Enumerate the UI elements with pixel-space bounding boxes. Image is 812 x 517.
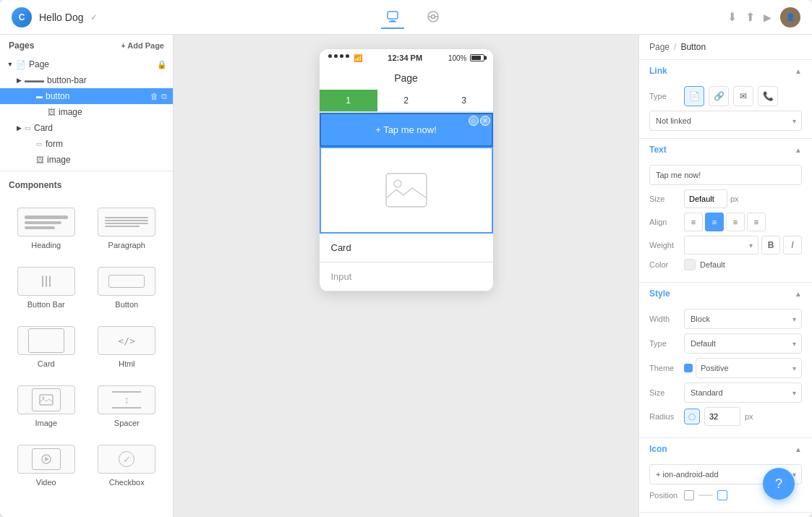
- tree-item-button[interactable]: ▬ button 🗑 ⧉: [0, 88, 173, 104]
- heading-preview-lines: [25, 215, 68, 229]
- breadcrumb-page: Page: [649, 42, 670, 52]
- user-avatar[interactable]: 👤: [780, 7, 800, 27]
- style-width-select[interactable]: Block: [684, 309, 802, 329]
- align-left[interactable]: ≡: [684, 213, 703, 231]
- signal-dots: 📶: [328, 54, 362, 62]
- component-card[interactable]: Card: [9, 320, 84, 374]
- html-label: Html: [119, 359, 135, 368]
- component-paragraph[interactable]: Paragraph: [90, 202, 165, 255]
- download-icon[interactable]: ⬇: [727, 10, 737, 24]
- text-collapse-arrow: ▲: [795, 146, 802, 154]
- link-collapse-arrow: ▲: [795, 67, 802, 75]
- phone-image-area: [320, 147, 493, 234]
- icon-section-header[interactable]: Icon ▲: [639, 438, 812, 460]
- svg-marker-10: [45, 457, 49, 461]
- component-video[interactable]: Video: [9, 439, 84, 492]
- tree-item-image2[interactable]: 🖼 image: [0, 152, 173, 168]
- battery-icon: [470, 54, 484, 61]
- tab-item-3[interactable]: 3: [435, 90, 493, 111]
- components-section: Components Heading: [0, 174, 173, 517]
- tab-item-1[interactable]: 1: [320, 90, 377, 111]
- radius-icon: ◯: [684, 409, 700, 424]
- button-close-icon[interactable]: ✕: [480, 116, 490, 126]
- radius-input[interactable]: [704, 407, 740, 426]
- text-color-swatch[interactable]: [684, 259, 696, 270]
- tree-item-card[interactable]: ▶ ▭ Card: [0, 120, 173, 136]
- style-theme-select[interactable]: Positive: [696, 358, 802, 378]
- svg-point-4: [431, 14, 435, 18]
- link-section-title: Link: [649, 66, 667, 76]
- radius-unit: px: [745, 412, 753, 421]
- add-page-button[interactable]: + Add Page: [121, 41, 164, 50]
- right-sidebar-breadcrumb: Page / Button: [639, 35, 812, 60]
- button-settings-icon[interactable]: ○: [469, 116, 479, 126]
- text-color-value: Default: [700, 260, 725, 269]
- link-section-header[interactable]: Link ▲: [639, 60, 812, 82]
- preview-tab-icon[interactable]: [422, 6, 445, 29]
- bold-button[interactable]: B: [761, 236, 780, 255]
- component-checkbox[interactable]: ✓ Checkbox: [90, 439, 165, 492]
- style-radius-label: Radius: [649, 412, 678, 421]
- image-preview: [17, 385, 75, 414]
- svg-rect-11: [386, 174, 427, 207]
- video-preview: [17, 445, 75, 474]
- tree-item-image1[interactable]: 🖼 image: [0, 104, 173, 120]
- component-image[interactable]: Image: [9, 380, 84, 433]
- tree-item-page[interactable]: ▼ 📄 Page 🔒: [0, 56, 173, 72]
- design-tab-icon[interactable]: [381, 6, 404, 29]
- button-bar-preview-items: [42, 275, 51, 287]
- align-right[interactable]: ≡: [726, 213, 745, 231]
- svg-rect-7: [40, 395, 53, 405]
- weight-select[interactable]: [684, 236, 758, 255]
- component-button-bar[interactable]: Button Bar: [9, 261, 84, 315]
- position-toggle: [684, 490, 727, 500]
- delete-icon[interactable]: 🗑: [150, 92, 158, 101]
- component-spacer[interactable]: ↕ Spacer: [90, 380, 165, 433]
- link-type-doc[interactable]: 📄: [684, 86, 704, 106]
- component-html[interactable]: </> Html: [90, 320, 165, 374]
- link-type-phone[interactable]: 📞: [758, 86, 778, 106]
- video-icon[interactable]: ▶: [764, 12, 772, 23]
- checkbox-preview: ✓: [98, 445, 155, 474]
- checkbox-preview-shape: ✓: [119, 451, 134, 467]
- phone-button[interactable]: ○ ✕ + Tap me now!: [320, 113, 493, 147]
- pos-right[interactable]: [717, 490, 727, 500]
- style-type-select[interactable]: Default: [684, 333, 802, 354]
- style-size-select[interactable]: Standard: [684, 383, 802, 403]
- italic-button[interactable]: I: [783, 236, 802, 255]
- chat-fab-button[interactable]: ?: [763, 468, 795, 500]
- style-size-wrap: Standard: [684, 383, 802, 403]
- style-section-header[interactable]: Style ▲: [639, 283, 812, 304]
- tree-item-button-bar[interactable]: ▶ ▬▬▬ button-bar: [0, 72, 173, 88]
- copy-icon[interactable]: ⧉: [161, 92, 167, 101]
- divider: [0, 171, 173, 171]
- expand-arrow: ▶: [14, 124, 23, 132]
- phone-tab-bar: 1 2 3: [320, 90, 493, 113]
- link-type-link[interactable]: 🔗: [709, 86, 729, 106]
- component-heading[interactable]: Heading: [9, 202, 84, 255]
- card-icon: ▭: [25, 124, 31, 132]
- icon-collapse-arrow: ▲: [795, 445, 802, 453]
- pos-right-dot: [717, 490, 727, 500]
- text-weight-label: Weight: [649, 241, 678, 249]
- link-section-body: Type 📄 🔗 ✉ 📞 Not linked: [639, 82, 812, 138]
- style-width-row: Width Block: [649, 309, 802, 329]
- component-button[interactable]: Button: [90, 261, 165, 315]
- text-section-header[interactable]: Text ▲: [639, 139, 812, 161]
- video-preview-shape: [32, 448, 61, 470]
- tab-item-2[interactable]: 2: [377, 90, 435, 111]
- button-label: button: [46, 91, 150, 101]
- text-value-input[interactable]: [649, 165, 802, 185]
- align-justify[interactable]: ≡: [747, 213, 766, 231]
- align-center[interactable]: ≡: [705, 213, 724, 231]
- text-size-input[interactable]: [684, 189, 727, 208]
- link-type-mail[interactable]: ✉: [733, 86, 753, 106]
- link-not-linked-select[interactable]: Not linked: [649, 111, 802, 131]
- upload-icon[interactable]: ⬆: [745, 10, 755, 24]
- phone-frame: 📶 12:34 PM 100% Page 1 2 3: [320, 49, 493, 291]
- theme-color-dot: [684, 364, 693, 372]
- pos-left[interactable]: [684, 490, 694, 500]
- tree-item-form[interactable]: ▭ form: [0, 136, 173, 152]
- image-icon: 🖼: [48, 108, 56, 116]
- style-width-label: Width: [649, 315, 678, 323]
